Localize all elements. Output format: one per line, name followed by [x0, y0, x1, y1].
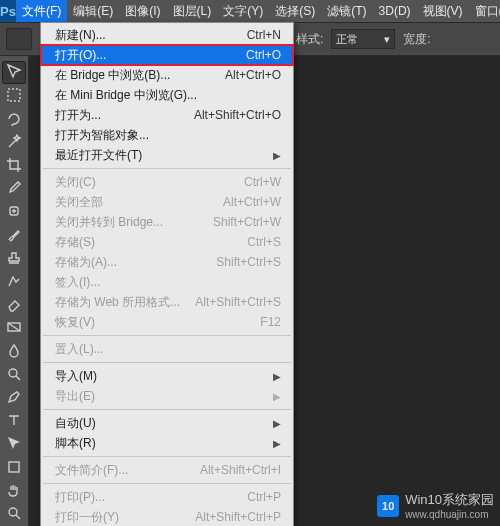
zoom-tool[interactable] — [3, 504, 25, 525]
file-menu-item[interactable]: 最近打开文件(T)▶ — [41, 145, 293, 165]
file-menu-item: 存储为 Web 所用格式...Alt+Shift+Ctrl+S — [41, 292, 293, 312]
lasso-icon — [6, 111, 22, 130]
path-icon — [6, 435, 22, 454]
menu-item-shortcut: Ctrl+S — [247, 235, 281, 249]
chevron-right-icon: ▶ — [273, 391, 281, 402]
styles-dropdown[interactable]: 正常 ▾ — [331, 29, 395, 49]
history-tool[interactable] — [3, 272, 25, 293]
chevron-right-icon: ▶ — [273, 371, 281, 382]
brush-tool[interactable] — [3, 225, 25, 246]
gradient-tool[interactable] — [3, 318, 25, 339]
menu-item-label: 打开为... — [55, 107, 101, 124]
watermark-url: www.qdhuajin.com — [405, 509, 494, 520]
crop-icon — [6, 157, 22, 176]
type-tool[interactable] — [3, 411, 25, 432]
pen-icon — [6, 389, 22, 408]
menu-separator — [43, 168, 291, 169]
styles-value: 正常 — [336, 32, 358, 47]
menu-item-shortcut: Ctrl+P — [247, 490, 281, 504]
file-menu-item: 关闭并转到 Bridge...Shift+Ctrl+W — [41, 212, 293, 232]
menu-5[interactable]: 选择(S) — [269, 0, 321, 22]
menu-item-label: 打印(P)... — [55, 489, 105, 506]
tool-preset-slot[interactable] — [6, 28, 32, 50]
menu-item-label: 存储为 Web 所用格式... — [55, 294, 180, 311]
type-icon — [6, 412, 22, 431]
menu-item-label: 导入(M) — [55, 368, 97, 385]
heal-tool[interactable] — [3, 202, 25, 223]
watermark-title: Win10系统家园 — [405, 491, 494, 509]
menu-0[interactable]: 文件(F) — [16, 0, 67, 22]
file-menu-item[interactable]: 打开(O)...Ctrl+O — [41, 45, 293, 65]
menu-item-label: 关闭并转到 Bridge... — [55, 214, 163, 231]
file-menu-item[interactable]: 脚本(R)▶ — [41, 433, 293, 453]
file-menu-item[interactable]: 自动(U)▶ — [41, 413, 293, 433]
rect-tool[interactable] — [3, 457, 25, 478]
menu-2[interactable]: 图像(I) — [119, 0, 166, 22]
chevron-right-icon: ▶ — [273, 150, 281, 161]
eyedropper-icon — [6, 180, 22, 199]
menu-item-label: 新建(N)... — [55, 27, 106, 44]
file-menu-item: 置入(L)... — [41, 339, 293, 359]
menu-item-label: 自动(U) — [55, 415, 96, 432]
rect-icon — [6, 459, 22, 478]
file-menu-item[interactable]: 在 Bridge 中浏览(B)...Alt+Ctrl+O — [41, 65, 293, 85]
menu-separator — [43, 483, 291, 484]
eyedropper-tool[interactable] — [3, 179, 25, 200]
menu-item-label: 关闭全部 — [55, 194, 103, 211]
menu-item-shortcut: Alt+Shift+Ctrl+P — [195, 510, 281, 524]
menu-8[interactable]: 视图(V) — [417, 0, 469, 22]
heal-icon — [6, 203, 22, 222]
eraser-icon — [6, 296, 22, 315]
svg-rect-0 — [8, 89, 20, 101]
menu-6[interactable]: 滤镜(T) — [321, 0, 372, 22]
menu-item-label: 最近打开文件(T) — [55, 147, 142, 164]
stamp-tool[interactable] — [3, 249, 25, 270]
menu-item-label: 存储为(A)... — [55, 254, 117, 271]
menu-item-shortcut: Alt+Ctrl+W — [223, 195, 281, 209]
marquee-tool[interactable] — [3, 86, 25, 107]
menu-3[interactable]: 图层(L) — [167, 0, 218, 22]
menu-item-shortcut: Ctrl+N — [247, 28, 281, 42]
pen-tool[interactable] — [3, 388, 25, 409]
move-icon — [6, 63, 22, 82]
history-icon — [6, 273, 22, 292]
eraser-tool[interactable] — [3, 295, 25, 316]
width-label: 宽度: — [403, 31, 430, 48]
wand-tool[interactable] — [3, 133, 25, 154]
file-menu-item[interactable]: 打开为...Alt+Shift+Ctrl+O — [41, 105, 293, 125]
menu-4[interactable]: 文字(Y) — [217, 0, 269, 22]
menu-item-label: 在 Mini Bridge 中浏览(G)... — [55, 87, 197, 104]
menu-item-shortcut: Alt+Ctrl+O — [225, 68, 281, 82]
lasso-tool[interactable] — [3, 109, 25, 130]
menu-separator — [43, 409, 291, 410]
menu-separator — [43, 362, 291, 363]
svg-rect-4 — [9, 462, 19, 472]
menu-item-shortcut: Shift+Ctrl+W — [213, 215, 281, 229]
menu-9[interactable]: 窗口(V) — [469, 0, 500, 22]
gradient-icon — [6, 319, 22, 338]
file-menu-item[interactable]: 在 Mini Bridge 中浏览(G)... — [41, 85, 293, 105]
file-menu-item: 关闭(C)Ctrl+W — [41, 172, 293, 192]
dodge-icon — [6, 366, 22, 385]
tools-panel — [0, 56, 29, 526]
file-menu-item: 打印一份(Y)Alt+Shift+Ctrl+P — [41, 507, 293, 526]
menu-item-label: 打印一份(Y) — [55, 509, 119, 526]
menu-item-label: 文件简介(F)... — [55, 462, 128, 479]
blur-icon — [6, 343, 22, 362]
file-menu-item[interactable]: 打开为智能对象... — [41, 125, 293, 145]
file-menu-item[interactable]: 导入(M)▶ — [41, 366, 293, 386]
menu-item-label: 关闭(C) — [55, 174, 96, 191]
menu-item-label: 导出(E) — [55, 388, 95, 405]
menu-item-shortcut: Alt+Shift+Ctrl+S — [195, 295, 281, 309]
hand-tool[interactable] — [3, 481, 25, 502]
menu-1[interactable]: 编辑(E) — [67, 0, 119, 22]
dodge-tool[interactable] — [3, 365, 25, 386]
menu-7[interactable]: 3D(D) — [373, 0, 417, 22]
move-tool[interactable] — [2, 61, 26, 84]
blur-tool[interactable] — [3, 341, 25, 362]
crop-tool[interactable] — [3, 156, 25, 177]
file-menu-item[interactable]: 新建(N)...Ctrl+N — [41, 25, 293, 45]
file-menu-item: 签入(I)... — [41, 272, 293, 292]
path-tool[interactable] — [3, 434, 25, 455]
file-menu-item: 恢复(V)F12 — [41, 312, 293, 332]
